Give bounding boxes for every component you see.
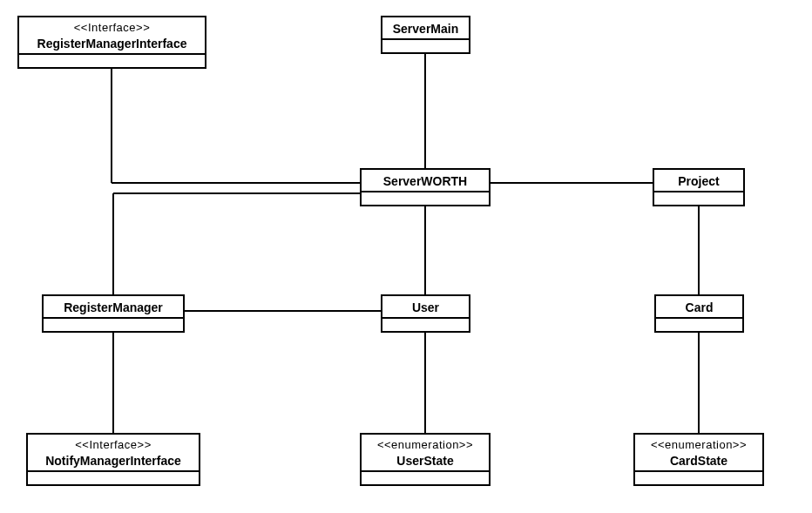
class-name: NotifyManagerInterface bbox=[35, 453, 192, 469]
class-compartment bbox=[382, 317, 469, 331]
class-name: Card bbox=[663, 300, 735, 315]
class-compartment bbox=[362, 191, 489, 205]
class-project: Project bbox=[653, 168, 745, 206]
class-card-state: <<enumeration>> CardState bbox=[633, 433, 764, 486]
class-compartment bbox=[635, 470, 762, 484]
diagram-canvas: <<Interface>> RegisterManagerInterface S… bbox=[0, 0, 812, 513]
class-name: Project bbox=[661, 173, 736, 189]
class-notify-manager-interface: <<Interface>> NotifyManagerInterface bbox=[26, 433, 200, 486]
class-compartment bbox=[28, 470, 199, 484]
class-name: RegisterManagerInterface bbox=[26, 36, 198, 51]
class-name: User bbox=[389, 300, 462, 315]
class-card: Card bbox=[654, 294, 744, 333]
class-name: CardState bbox=[642, 453, 755, 469]
class-user: User bbox=[381, 294, 470, 333]
class-register-manager: RegisterManager bbox=[42, 294, 185, 333]
stereotype-label: <<Interface>> bbox=[26, 21, 198, 36]
class-name: UserState bbox=[369, 453, 482, 469]
class-name: ServerWORTH bbox=[369, 173, 482, 189]
stereotype-label: <<enumeration>> bbox=[642, 438, 755, 453]
class-server-main: ServerMain bbox=[381, 16, 470, 54]
class-register-manager-interface: <<Interface>> RegisterManagerInterface bbox=[17, 16, 206, 69]
class-compartment bbox=[19, 53, 205, 67]
class-compartment bbox=[44, 317, 183, 331]
class-server-worth: ServerWORTH bbox=[360, 168, 491, 206]
class-compartment bbox=[382, 38, 469, 52]
class-name: RegisterManager bbox=[51, 300, 176, 315]
class-name: ServerMain bbox=[389, 21, 462, 37]
class-compartment bbox=[362, 470, 489, 484]
class-compartment bbox=[656, 317, 742, 331]
class-compartment bbox=[654, 191, 743, 205]
stereotype-label: <<Interface>> bbox=[35, 438, 192, 453]
stereotype-label: <<enumeration>> bbox=[369, 438, 482, 453]
class-user-state: <<enumeration>> UserState bbox=[360, 433, 491, 486]
